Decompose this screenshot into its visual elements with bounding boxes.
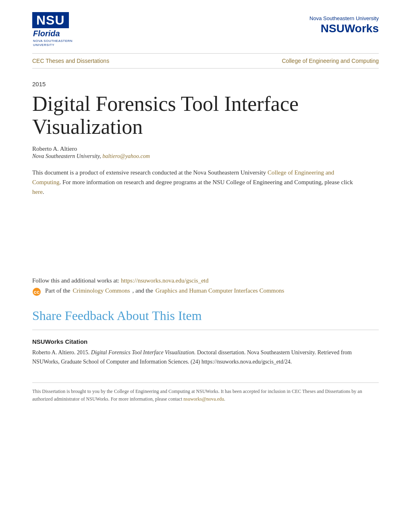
author-email-link[interactable]: baltiero@yahoo.com bbox=[102, 153, 150, 159]
follow-url-link[interactable]: https://nsuworks.nova.edu/gscis_etd bbox=[121, 277, 209, 284]
follow-section: Follow this and additional works at: htt… bbox=[32, 277, 379, 296]
share-feedback-section: Share Feedback About This Item bbox=[32, 308, 379, 330]
follow-text: Follow this and additional works at: htt… bbox=[32, 277, 379, 284]
nsuworks-university-label: Nova Southeastern University bbox=[309, 15, 379, 21]
nsu-full-name: NOVA SOUTHEASTERN UNIVERSITY bbox=[32, 39, 73, 48]
nsu-florida: Florida bbox=[32, 29, 60, 38]
citation-section: NSUWorks Citation Roberto A. Altiero. 20… bbox=[32, 338, 379, 366]
nsuworks-title: NSUWorks bbox=[321, 22, 379, 35]
share-feedback-title: Share Feedback About This Item bbox=[32, 308, 379, 323]
publication-year: 2015 bbox=[32, 81, 379, 87]
graphics-hci-commons-link[interactable]: Graphics and Human Computer Interfaces C… bbox=[156, 287, 284, 294]
author-affiliation: Nova Southeastern University, baltiero@y… bbox=[32, 153, 379, 160]
author-name: Roberto A. Altiero bbox=[32, 145, 379, 152]
nsuworks-email-link[interactable]: nsuworks@nova.edu bbox=[183, 396, 224, 402]
criminology-commons-link[interactable]: Criminology Commons bbox=[73, 287, 130, 294]
citation-heading: NSUWorks Citation bbox=[32, 338, 379, 345]
footer-note: This Dissertation is brought to you by t… bbox=[32, 382, 379, 403]
nsu-abbr: NSU bbox=[32, 12, 69, 28]
svg-text:cc: cc bbox=[34, 289, 39, 295]
nsu-logo: NSU Florida NOVA SOUTHEASTERN UNIVERSITY bbox=[32, 12, 73, 48]
cec-theses-link[interactable]: CEC Theses and Dissertations bbox=[32, 58, 109, 64]
citation-title-italic: Digital Forensics Tool Interface Visuali… bbox=[91, 349, 196, 355]
here-link[interactable]: here bbox=[32, 189, 43, 195]
creative-commons-icon: cc bbox=[32, 287, 41, 296]
nsuworks-branding: Nova Southeastern University NSUWorks bbox=[309, 12, 379, 35]
nav-links: CEC Theses and Dissertations College of … bbox=[0, 54, 411, 68]
page-header: NSU Florida NOVA SOUTHEASTERN UNIVERSITY… bbox=[0, 0, 411, 48]
part-of: cc Part of the Criminology Commons, and … bbox=[32, 287, 379, 296]
citation-text: Roberto A. Altiero. 2015. Digital Forens… bbox=[32, 348, 379, 366]
main-content: 2015 Digital Forensics Tool Interface Vi… bbox=[0, 69, 411, 416]
document-title: Digital Forensics Tool Interface Visuali… bbox=[32, 92, 379, 138]
description: This document is a product of extensive … bbox=[32, 168, 363, 197]
author-university: Nova Southeastern University bbox=[32, 153, 100, 159]
college-engineering-link[interactable]: College of Engineering and Computing bbox=[282, 58, 379, 64]
share-divider bbox=[32, 330, 379, 330]
